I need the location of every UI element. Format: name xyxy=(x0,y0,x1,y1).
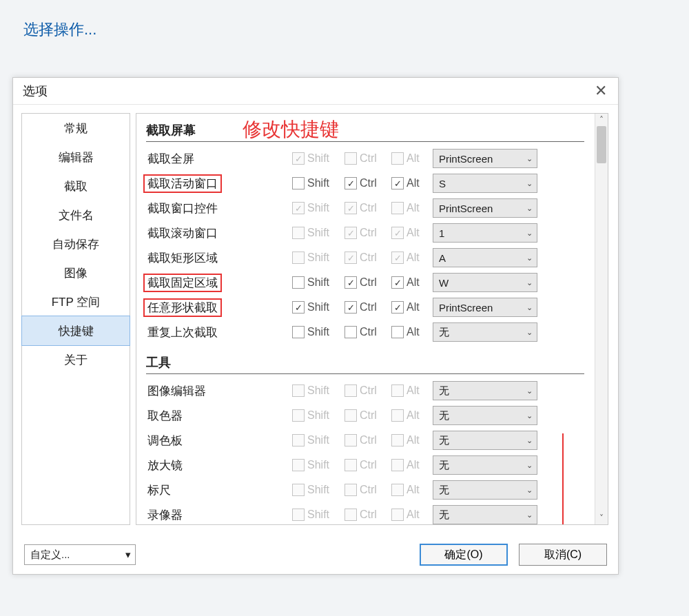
alt-checkbox-box xyxy=(391,509,404,521)
shift-checkbox: Shift xyxy=(292,251,344,264)
key-dropdown[interactable]: 无⌄ xyxy=(433,455,537,475)
key-dropdown[interactable]: PrintScreen⌄ xyxy=(433,198,537,218)
alt-checkbox-label: Alt xyxy=(407,301,420,314)
shift-checkbox[interactable]: Shift xyxy=(292,177,344,189)
shift-checkbox-label: Shift xyxy=(307,202,329,214)
close-icon[interactable]: ✕ xyxy=(590,82,611,100)
sidebar-item-常规[interactable]: 常规 xyxy=(22,114,130,143)
alt-checkbox-label: Alt xyxy=(407,434,420,446)
key-dropdown[interactable]: S⌄ xyxy=(433,174,537,193)
sidebar-item-FTP 空间[interactable]: FTP 空间 xyxy=(22,287,130,316)
ctrl-checkbox[interactable]: Ctrl xyxy=(344,301,391,314)
ctrl-checkbox-box[interactable] xyxy=(344,177,357,189)
chevron-down-icon: ▾ xyxy=(125,548,131,561)
sidebar-item-自动保存[interactable]: 自动保存 xyxy=(22,229,130,258)
sidebar-item-快捷键[interactable]: 快捷键 xyxy=(21,316,130,346)
vertical-scrollbar[interactable]: ˄ ˅ xyxy=(595,114,608,524)
sidebar-item-编辑器[interactable]: 编辑器 xyxy=(22,143,130,172)
chevron-down-icon: ⌄ xyxy=(526,179,533,188)
key-dropdown[interactable]: A⌄ xyxy=(433,248,537,267)
alt-checkbox: Alt xyxy=(391,434,433,446)
key-dropdown[interactable]: 无⌄ xyxy=(433,381,537,400)
key-dropdown[interactable]: 无⌄ xyxy=(433,406,537,425)
ctrl-checkbox-label: Ctrl xyxy=(360,509,377,521)
ctrl-checkbox-box[interactable] xyxy=(344,326,357,338)
key-dropdown[interactable]: PrintScreen⌄ xyxy=(433,149,537,168)
dialog-footer: 自定义... ▾ 确定(O) 取消(C) xyxy=(13,535,618,574)
shift-checkbox-box xyxy=(292,459,305,471)
ok-button[interactable]: 确定(O) xyxy=(420,544,508,566)
annotation-modify-shortcut: 修改快捷键 xyxy=(243,116,339,143)
key-value: 无 xyxy=(439,326,449,339)
alt-checkbox-label: Alt xyxy=(407,276,420,289)
alt-checkbox-label: Alt xyxy=(407,202,420,214)
shift-checkbox-box[interactable] xyxy=(292,301,305,314)
capture-label: 重复上次截取 xyxy=(146,325,292,340)
key-dropdown[interactable]: 无⌄ xyxy=(433,505,537,524)
ctrl-checkbox: Ctrl xyxy=(344,251,391,264)
shift-checkbox-box[interactable] xyxy=(292,326,305,338)
ctrl-checkbox-box[interactable] xyxy=(344,276,357,289)
tool-row: 放大镜ShiftCtrlAlt无⌄ xyxy=(146,453,584,478)
key-dropdown[interactable]: W⌄ xyxy=(433,273,537,292)
scroll-down-icon[interactable]: ˅ xyxy=(595,512,608,524)
alt-checkbox-box[interactable] xyxy=(391,177,404,189)
ctrl-checkbox: Ctrl xyxy=(344,227,391,239)
key-dropdown[interactable]: 无⌄ xyxy=(433,322,537,342)
alt-checkbox[interactable]: Alt xyxy=(391,177,433,189)
shift-checkbox: Shift xyxy=(292,509,344,521)
chevron-down-icon: ⌄ xyxy=(526,461,533,470)
shift-checkbox[interactable]: Shift xyxy=(292,276,344,289)
key-dropdown[interactable]: PrintScreen⌄ xyxy=(433,298,537,317)
ctrl-checkbox[interactable]: Ctrl xyxy=(344,276,391,289)
tool-label: 取色器 xyxy=(146,408,292,424)
key-dropdown[interactable]: 1⌄ xyxy=(433,223,537,243)
alt-checkbox: Alt xyxy=(391,152,433,165)
alt-checkbox-box xyxy=(391,152,404,165)
chevron-down-icon: ⌄ xyxy=(526,229,533,238)
ctrl-checkbox-box xyxy=(344,227,357,239)
alt-checkbox[interactable]: Alt xyxy=(391,326,433,338)
tool-row: 标尺ShiftCtrlAlt无⌄ xyxy=(146,478,584,502)
cancel-button[interactable]: 取消(C) xyxy=(519,544,607,566)
capture-row: 截取全屏ShiftCtrlAltPrintScreen⌄ xyxy=(146,146,584,171)
ctrl-checkbox[interactable]: Ctrl xyxy=(344,326,391,338)
capture-row: 截取固定区域ShiftCtrlAltW⌄ xyxy=(146,270,584,295)
shift-checkbox-box[interactable] xyxy=(292,177,305,189)
customize-dropdown[interactable]: 自定义... ▾ xyxy=(24,544,136,565)
sidebar-item-图像[interactable]: 图像 xyxy=(22,258,130,287)
alt-checkbox-box[interactable] xyxy=(391,301,404,314)
scrollbar-thumb[interactable] xyxy=(597,126,606,163)
key-dropdown[interactable]: 无⌄ xyxy=(433,480,537,500)
shift-checkbox[interactable]: Shift xyxy=(292,326,344,338)
sidebar-item-文件名[interactable]: 文件名 xyxy=(22,201,130,229)
shift-checkbox: Shift xyxy=(292,484,344,496)
key-value: S xyxy=(439,178,446,189)
ctrl-checkbox[interactable]: Ctrl xyxy=(344,177,391,189)
tool-row: 取色器ShiftCtrlAlt无⌄ xyxy=(146,403,584,428)
alt-checkbox: Alt xyxy=(391,251,433,264)
alt-checkbox-box[interactable] xyxy=(391,276,404,289)
ctrl-checkbox-label: Ctrl xyxy=(360,484,377,496)
ctrl-checkbox-box xyxy=(344,434,357,446)
chevron-down-icon: ⌄ xyxy=(526,254,533,263)
alt-checkbox-box[interactable] xyxy=(391,326,404,338)
sidebar-item-截取[interactable]: 截取 xyxy=(22,172,130,201)
sidebar-item-关于[interactable]: 关于 xyxy=(22,345,130,374)
shift-checkbox-label: Shift xyxy=(307,484,329,496)
capture-row: 截取矩形区域ShiftCtrlAltA⌄ xyxy=(146,245,584,270)
ctrl-checkbox-box[interactable] xyxy=(344,301,357,314)
key-value: 无 xyxy=(439,384,449,398)
ctrl-checkbox-label: Ctrl xyxy=(360,227,377,239)
shift-checkbox[interactable]: Shift xyxy=(292,301,344,314)
alt-checkbox-box xyxy=(391,251,404,264)
key-dropdown[interactable]: 无⌄ xyxy=(433,431,537,450)
alt-checkbox[interactable]: Alt xyxy=(391,301,433,314)
ctrl-checkbox-box xyxy=(344,202,357,214)
alt-checkbox[interactable]: Alt xyxy=(391,276,433,289)
scroll-up-icon[interactable]: ˄ xyxy=(595,114,608,126)
key-value: PrintScreen xyxy=(439,203,493,214)
shift-checkbox-box xyxy=(292,434,305,446)
shift-checkbox-box[interactable] xyxy=(292,276,305,289)
capture-row: 任意形状截取ShiftCtrlAltPrintScreen⌄ xyxy=(146,295,584,320)
